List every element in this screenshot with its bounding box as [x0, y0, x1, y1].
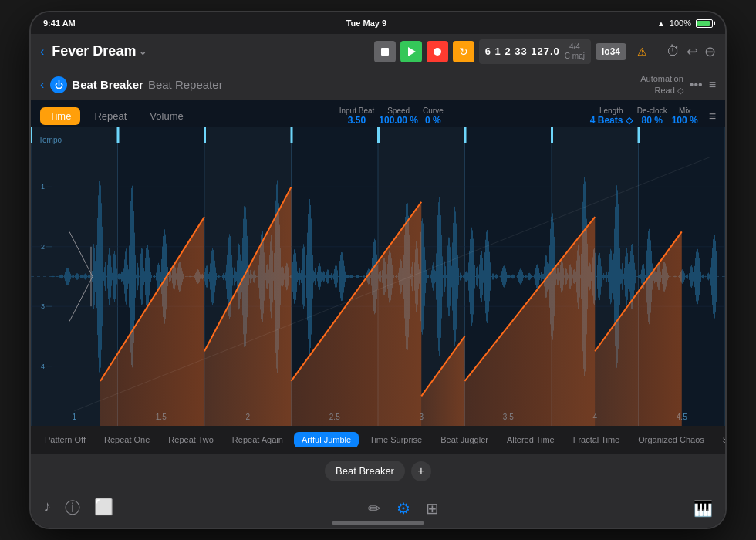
- plugin-settings-icon[interactable]: ⚙: [397, 499, 410, 518]
- param-curve-label: Curve: [423, 106, 444, 115]
- position-numbers: 6 1 2 33 127.0: [485, 46, 560, 57]
- track-chip[interactable]: Beat Breaker: [325, 461, 405, 481]
- transport-bar: ‹ Fever Dream ⌄ ↻ 6 1 2 33 127.0: [31, 34, 725, 69]
- home-indicator: [332, 521, 424, 525]
- waveform-menu-icon[interactable]: ≡: [709, 110, 716, 123]
- param-declock-value[interactable]: 80 %: [642, 115, 663, 126]
- levels-icon[interactable]: ⊞: [426, 499, 439, 518]
- position-display: 6 1 2 33 127.0 4/4 C maj: [479, 39, 591, 64]
- wifi-icon: ▲: [657, 19, 665, 28]
- plugin-header: ‹ ⏻ Beat Breaker Beat Repeater Automatio…: [31, 69, 725, 100]
- track-bar: Beat Breaker +: [31, 454, 725, 488]
- preset-artful-jumble[interactable]: Artful Jumble: [294, 432, 359, 447]
- layout-icon[interactable]: ⬜: [94, 498, 113, 518]
- pencil-icon[interactable]: ✏: [368, 499, 381, 518]
- param-speed: Speed 100.00 %: [379, 106, 418, 126]
- battery-icon: [696, 19, 713, 28]
- clock-icon[interactable]: ⏱: [667, 43, 680, 59]
- time-signature: 4/4 C maj: [565, 42, 585, 61]
- piano-icon[interactable]: 🎹: [694, 499, 713, 518]
- automation-section: Automation Read ◇ ••• ≡: [640, 73, 716, 96]
- automation-text1: Automation: [640, 73, 683, 84]
- preset-repeat-two[interactable]: Repeat Two: [160, 432, 221, 447]
- record-button[interactable]: [427, 41, 448, 62]
- param-mix-value[interactable]: 100 %: [672, 115, 698, 126]
- preset-repeat-again[interactable]: Repeat Again: [224, 432, 291, 447]
- library-icon[interactable]: ♪: [43, 498, 51, 518]
- param-length: Length 4 Beats ◇: [590, 106, 633, 126]
- automation-text2[interactable]: Read ◇: [640, 85, 683, 96]
- waveform-canvas[interactable]: [31, 127, 725, 426]
- param-declock: De-clock 80 %: [637, 106, 667, 126]
- bottom-center-tools: ✏ ⚙ ⊞: [129, 499, 678, 518]
- plugin-type-label: Beat Repeater: [148, 78, 223, 91]
- settings-icon[interactable]: ⊖: [704, 43, 716, 60]
- info-icon[interactable]: ⓘ: [65, 498, 80, 518]
- preset-repeat-one[interactable]: Repeat One: [96, 432, 157, 447]
- status-day: Tue May 9: [346, 19, 386, 28]
- project-dropdown-icon[interactable]: ⌄: [139, 46, 147, 57]
- project-title: Fever Dream ⌄: [52, 43, 147, 59]
- param-input-beat-value[interactable]: 3.50: [348, 115, 366, 126]
- record-icon: [434, 48, 441, 56]
- param-mix: Mix 100 %: [672, 106, 698, 126]
- param-length-label: Length: [599, 106, 623, 115]
- tab-time[interactable]: Time: [40, 107, 80, 125]
- add-track-button[interactable]: +: [411, 461, 431, 481]
- tab-volume[interactable]: Volume: [140, 107, 192, 125]
- param-curve-value[interactable]: 0 %: [425, 115, 441, 126]
- more-options-button[interactable]: •••: [690, 78, 703, 92]
- project-title-text: Fever Dream: [52, 43, 136, 59]
- preset-scattered-time[interactable]: Scattered Time: [715, 432, 725, 447]
- param-curve: Curve 0 %: [423, 106, 444, 126]
- back-button[interactable]: ‹: [40, 45, 44, 59]
- status-time: 9:41 AM: [43, 19, 76, 28]
- play-button[interactable]: [400, 41, 422, 62]
- play-icon: [408, 47, 416, 56]
- param-input-beat: Input Beat 3.50: [339, 106, 375, 126]
- undo-icon[interactable]: ↩: [687, 43, 698, 60]
- preset-fractal-time[interactable]: Fractal Time: [565, 432, 628, 447]
- param-mix-label: Mix: [679, 106, 691, 115]
- preset-altered-time[interactable]: Altered Time: [499, 432, 562, 447]
- battery-percent: 100%: [670, 19, 691, 28]
- automation-label: Automation Read ◇: [640, 73, 683, 96]
- key-display[interactable]: io34: [596, 43, 626, 60]
- status-indicators: ▲ 100%: [657, 19, 713, 28]
- param-length-value[interactable]: 4 Beats ◇: [590, 115, 633, 126]
- tab-repeat[interactable]: Repeat: [85, 107, 136, 125]
- preset-organized-chaos[interactable]: Organized Chaos: [630, 432, 712, 447]
- preset-beat-juggler[interactable]: Beat Juggler: [433, 432, 496, 447]
- preset-time-surprise[interactable]: Time Surprise: [362, 432, 430, 447]
- waveform-area[interactable]: [31, 127, 725, 426]
- param-input-beat-label: Input Beat: [339, 106, 375, 115]
- bottom-right-tools: 🎹: [694, 499, 713, 518]
- time-sig-top: 4/4: [565, 42, 585, 52]
- status-bar: 9:41 AM Tue May 9 ▲ 100%: [31, 12, 725, 34]
- transport-right-icons: ⏱ ↩ ⊖: [667, 43, 716, 60]
- bottom-left-tools: ♪ ⓘ ⬜: [43, 498, 113, 518]
- plugin-back-button[interactable]: ‹: [40, 78, 44, 92]
- time-sig-bottom: C maj: [565, 52, 585, 61]
- plugin-content: Time Repeat Volume Input Beat 3.50 Speed…: [31, 100, 725, 454]
- preset-bar: Pattern Off Repeat One Repeat Two Repeat…: [31, 426, 725, 454]
- param-speed-label: Speed: [387, 106, 410, 115]
- transport-controls: ↻ 6 1 2 33 127.0 4/4 C maj io34 ⚠: [374, 39, 653, 64]
- plugin-power-button[interactable]: ⏻: [50, 76, 67, 93]
- param-declock-label: De-clock: [637, 106, 667, 115]
- param-speed-value[interactable]: 100.00 %: [379, 115, 418, 126]
- tuner-button[interactable]: ⚠: [631, 41, 653, 62]
- preset-pattern-off[interactable]: Pattern Off: [37, 432, 93, 447]
- menu-lines-icon[interactable]: ≡: [709, 78, 716, 92]
- loop-button[interactable]: ↻: [453, 41, 474, 62]
- stop-icon: [381, 48, 389, 56]
- stop-button[interactable]: [374, 41, 396, 62]
- plugin-name-label: Beat Breaker: [72, 78, 143, 91]
